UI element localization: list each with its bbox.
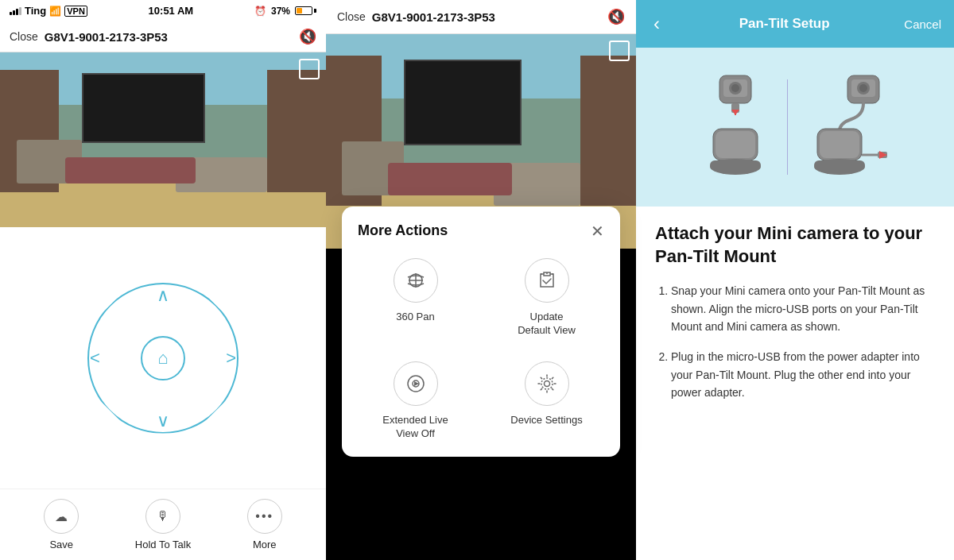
action-update-icon-circle (525, 258, 569, 303)
mic-icon: 🎙 (157, 509, 169, 523)
time-display: 10:51 AM (149, 5, 194, 17)
battery-tip (314, 9, 316, 13)
status-left: Ting 📶 VPN (10, 5, 87, 17)
svg-rect-19 (710, 160, 761, 170)
svg-point-23 (859, 84, 867, 92)
overlay-header: More Actions ✕ (358, 222, 604, 239)
mute-icon-left[interactable]: 🔇 (299, 28, 316, 45)
save-icon: ☁ (55, 509, 68, 524)
vpn-label: VPN (64, 6, 87, 17)
svg-rect-26 (820, 131, 859, 158)
fullscreen-icon-left[interactable] (299, 59, 320, 79)
setup-main-title: Attach your Mini camera to your Pan-Tilt… (655, 222, 935, 268)
more-label: More (253, 539, 277, 550)
setup-step-1-text: Snap your Mini camera onto your Pan-Tilt… (671, 284, 925, 333)
setup-step-2-text: Plug in the micro-USB from the power ada… (671, 350, 920, 399)
more-icon-circle: ••• (247, 499, 282, 534)
close-button-right[interactable]: Close (337, 10, 366, 23)
sim-room-left (0, 52, 326, 227)
close-button-left[interactable]: Close (10, 30, 38, 43)
action-settings-icon-circle (525, 361, 569, 406)
illustration-left (700, 71, 771, 183)
camera-header-right: Close G8V1-9001-2173-3P53 🔇 (326, 0, 636, 34)
home-button[interactable]: ⌂ (141, 336, 185, 380)
svg-point-7 (541, 378, 553, 389)
right-panel: ‹ Pan-Tilt Setup Cancel (636, 0, 954, 560)
bottom-actions-left: ☁ Save 🎙 Hold To Talk ••• More (0, 489, 326, 560)
hold-to-talk-label: Hold To Talk (135, 539, 191, 550)
middle-panel: Close G8V1-9001-2173-3P53 🔇 More Actions… (326, 0, 636, 560)
illustration-right (804, 71, 891, 183)
signal-bar-2 (13, 10, 15, 15)
signal-bar-1 (10, 12, 12, 15)
svg-rect-31 (814, 160, 865, 170)
svg-rect-17 (716, 131, 755, 158)
save-icon-circle: ☁ (44, 499, 79, 534)
home-icon: ⌂ (157, 348, 168, 369)
action-update-label: UpdateDefault View (518, 311, 576, 338)
action-device-settings[interactable]: Device Settings (489, 361, 604, 441)
action-360pan[interactable]: 360 Pan (358, 258, 473, 338)
controls-area: ∧ ∨ < > ⌂ (0, 227, 326, 489)
device-id-right: G8V1-9001-2173-3P53 (372, 10, 607, 24)
signal-bars (10, 7, 21, 15)
left-panel: Ting 📶 VPN 10:51 AM ⏰ 37% Close G8V1-900… (0, 0, 326, 560)
dpad-right-button[interactable]: > (226, 348, 236, 369)
action-extended-live-label: Extended LiveView Off (382, 414, 448, 441)
alarm-icon: ⏰ (254, 6, 266, 17)
sim-tv (82, 73, 206, 143)
dpad-down-button[interactable]: ∨ (157, 411, 169, 431)
directional-pad: ∧ ∨ < > ⌂ (83, 279, 242, 438)
action-360pan-label: 360 Pan (396, 311, 434, 324)
wifi-icon: 📶 (49, 6, 61, 17)
update-default-icon (537, 270, 557, 291)
action-live-icon-circle (394, 361, 438, 406)
carrier-label: Ting (25, 5, 46, 17)
360pan-icon (405, 269, 427, 292)
dpad-left-button[interactable]: < (90, 348, 100, 369)
setup-step-1: Snap your Mini camera onto your Pan-Tilt… (671, 282, 935, 335)
status-bar: Ting 📶 VPN 10:51 AM ⏰ 37% (0, 0, 326, 21)
save-label: Save (49, 539, 73, 550)
device-id-left: G8V1-9001-2173-3P53 (45, 30, 299, 44)
back-button[interactable]: ‹ (649, 11, 665, 37)
more-actions-title: More Actions (358, 222, 448, 239)
setup-illustration (636, 48, 954, 207)
illustration-divider (787, 79, 788, 175)
setup-steps: Snap your Mini camera onto your Pan-Tilt… (655, 282, 935, 401)
setup-title: Pan-Tilt Setup (739, 16, 830, 32)
hold-to-talk-action[interactable]: 🎙 Hold To Talk (135, 499, 191, 550)
setup-content: Attach your Mini camera to your Pan-Tilt… (636, 207, 954, 560)
dpad-up-button[interactable]: ∧ (157, 285, 169, 306)
setup-step-2: Plug in the micro-USB from the power ada… (671, 348, 935, 401)
camera-robot-right-svg (804, 71, 891, 183)
action-device-settings-label: Device Settings (510, 414, 582, 427)
signal-bar-4 (19, 7, 21, 15)
setup-header: ‹ Pan-Tilt Setup Cancel (636, 0, 954, 48)
mute-icon-right[interactable]: 🔇 (607, 8, 625, 25)
battery-indicator (295, 6, 316, 15)
close-more-actions-button[interactable]: ✕ (591, 223, 604, 239)
fullscreen-icon-right[interactable] (609, 41, 630, 61)
more-icon: ••• (255, 509, 273, 523)
action-extended-live[interactable]: Extended LiveView Off (358, 361, 473, 441)
cancel-button[interactable]: Cancel (904, 17, 941, 31)
more-actions-overlay: More Actions ✕ 360 Pan (342, 207, 620, 457)
action-update-default[interactable]: UpdateDefault View (489, 258, 604, 338)
battery-percent: 37% (271, 6, 290, 17)
extended-live-icon (405, 373, 426, 394)
camera-feed-left (0, 52, 326, 227)
mic-icon-circle: 🎙 (145, 499, 180, 534)
svg-point-6 (544, 380, 549, 386)
sim-right-shelf (267, 70, 326, 192)
battery-fill (297, 8, 302, 14)
sim-rug (65, 157, 196, 183)
actions-grid: 360 Pan UpdateDefault View (358, 258, 604, 441)
action-360pan-icon-circle (394, 258, 438, 303)
status-right: ⏰ 37% (254, 6, 316, 17)
signal-bar-3 (16, 9, 18, 15)
save-action[interactable]: ☁ Save (44, 499, 79, 550)
camera-robot-left-svg (700, 71, 771, 183)
camera-header-left: Close G8V1-9001-2173-3P53 🔇 (0, 21, 326, 52)
more-action[interactable]: ••• More (247, 499, 282, 550)
